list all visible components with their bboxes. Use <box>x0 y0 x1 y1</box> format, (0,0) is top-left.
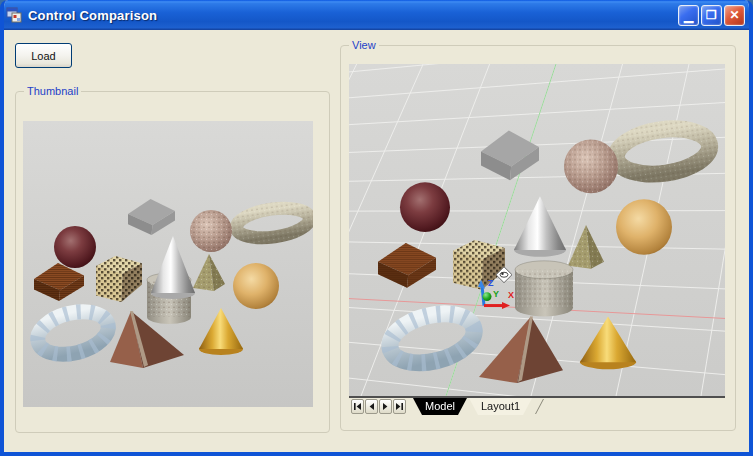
gold-sphere <box>616 199 672 255</box>
maximize-icon: ❒ <box>706 9 717 21</box>
darkred-sphere <box>54 226 96 268</box>
tab-nav-first-button[interactable] <box>351 399 364 414</box>
app-window: Control Comparison ▁ ❒ ✕ Load Thumbnail … <box>0 0 753 456</box>
tab-model[interactable]: Model <box>413 398 467 415</box>
tab-nav-last-button[interactable] <box>393 399 406 414</box>
y-axis-label: Y <box>493 289 499 299</box>
window-title: Control Comparison <box>28 8 678 23</box>
gold-sphere <box>233 263 279 309</box>
z-axis-label: Z <box>488 278 494 288</box>
close-button[interactable]: ✕ <box>724 5 745 26</box>
view-groupbox: View ZYX Model L <box>340 45 736 431</box>
next-icon <box>381 402 390 411</box>
thumbnail-3d-preview <box>23 121 313 407</box>
last-icon <box>395 402 404 411</box>
granite-sphere <box>190 210 232 252</box>
first-page-icon <box>353 402 362 411</box>
viewport-3d[interactable]: ZYX <box>349 64 725 398</box>
view-stack: ZYX Model Layout1 <box>349 64 725 416</box>
tab-nav-next-button[interactable] <box>379 399 392 414</box>
3d-scene: ZYX <box>349 64 725 396</box>
granite-sphere <box>564 140 618 194</box>
client-area: Load Thumbnail View ZYX <box>4 30 749 452</box>
titlebar[interactable]: Control Comparison ▁ ❒ ✕ <box>0 0 753 30</box>
app-icon <box>6 7 22 23</box>
thumbnail-groupbox: Thumbnail <box>15 91 330 433</box>
thumbnail-group-label: Thumbnail <box>24 84 81 98</box>
3d-scene <box>23 121 313 407</box>
view-group-label: View <box>349 38 379 52</box>
tab-nav-previous-button[interactable] <box>365 399 378 414</box>
minimize-button[interactable]: ▁ <box>678 5 699 26</box>
granite-cylinder <box>515 261 573 317</box>
close-icon: ✕ <box>729 9 739 21</box>
minimize-icon: ▁ <box>684 10 693 22</box>
load-button[interactable]: Load <box>15 43 72 68</box>
layout-tabbar: Model Layout1 <box>349 398 725 416</box>
previous-icon <box>367 402 376 411</box>
tab-layout1[interactable]: Layout1 <box>469 398 532 415</box>
tab-edge-slash <box>535 399 544 414</box>
maximize-button[interactable]: ❒ <box>701 5 722 26</box>
darkred-sphere <box>400 182 450 232</box>
x-axis-label: X <box>508 290 514 300</box>
